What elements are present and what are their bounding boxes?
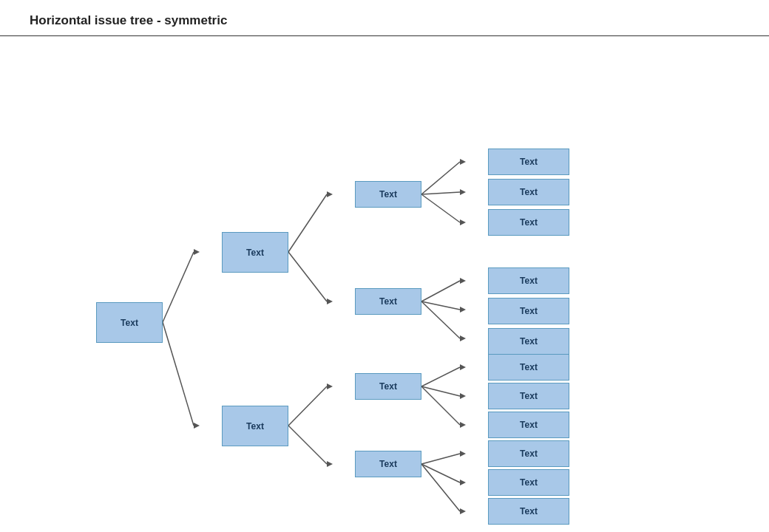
svg-line-3	[288, 252, 327, 301]
node-l3-12[interactable]: Text	[488, 498, 569, 525]
svg-line-6	[421, 162, 460, 194]
svg-marker-19	[194, 423, 200, 429]
svg-marker-23	[327, 461, 333, 467]
node-l1-bot[interactable]: Text	[222, 406, 288, 446]
node-l3-7[interactable]: Text	[488, 354, 569, 381]
node-l3-11[interactable]: Text	[488, 469, 569, 496]
svg-marker-34	[460, 480, 466, 485]
svg-marker-33	[460, 451, 466, 457]
svg-line-7	[421, 192, 460, 194]
node-root[interactable]: Text	[96, 302, 163, 343]
node-l2-tb[interactable]: Text	[355, 288, 421, 315]
svg-marker-32	[460, 422, 466, 428]
svg-marker-18	[194, 249, 200, 255]
svg-line-9	[421, 281, 460, 301]
node-l3-3[interactable]: Text	[488, 209, 569, 236]
header: Horizontal issue tree - symmetric	[0, 0, 769, 36]
node-l2-bt[interactable]: Text	[355, 373, 421, 400]
svg-marker-25	[460, 189, 466, 195]
svg-line-5	[288, 426, 327, 464]
svg-line-11	[421, 301, 460, 338]
node-l1-top[interactable]: Text	[222, 232, 288, 273]
svg-marker-35	[460, 508, 466, 514]
svg-line-13	[421, 386, 460, 396]
svg-line-1	[163, 322, 194, 426]
svg-line-15	[421, 454, 460, 464]
svg-line-12	[421, 367, 460, 386]
svg-line-14	[421, 386, 460, 425]
node-l3-10[interactable]: Text	[488, 440, 569, 467]
svg-marker-22	[327, 383, 333, 389]
svg-marker-26	[460, 219, 466, 225]
node-l2-tt[interactable]: Text	[355, 181, 421, 208]
svg-line-8	[421, 194, 460, 222]
svg-marker-21	[327, 299, 333, 304]
node-l3-1[interactable]: Text	[488, 149, 569, 175]
svg-line-2	[288, 194, 327, 252]
node-l2-bb[interactable]: Text	[355, 451, 421, 477]
svg-line-16	[421, 464, 460, 482]
node-l3-2[interactable]: Text	[488, 179, 569, 205]
svg-line-0	[163, 252, 194, 322]
node-l3-5[interactable]: Text	[488, 298, 569, 324]
svg-marker-27	[460, 278, 466, 284]
svg-marker-31	[460, 393, 466, 399]
node-l3-4[interactable]: Text	[488, 267, 569, 294]
svg-line-4	[288, 386, 327, 426]
svg-line-10	[421, 301, 460, 310]
svg-line-17	[421, 464, 460, 511]
svg-marker-29	[460, 335, 466, 341]
svg-marker-20	[327, 191, 333, 197]
svg-marker-30	[460, 364, 466, 370]
node-l3-6[interactable]: Text	[488, 328, 569, 355]
svg-marker-28	[460, 307, 466, 313]
diagram-area: Text Text Text Text Text Text Text Text …	[0, 36, 769, 524]
node-l3-8[interactable]: Text	[488, 383, 569, 409]
node-l3-9[interactable]: Text	[488, 412, 569, 438]
page-title: Horizontal issue tree - symmetric	[30, 13, 227, 27]
svg-marker-24	[460, 159, 466, 165]
